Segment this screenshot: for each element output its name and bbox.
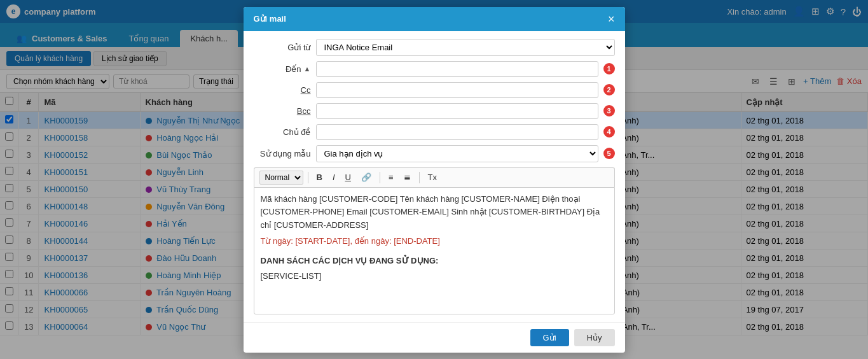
modal-overlay: Gửi mail × Gửi từ INGA Notice Email Đến … [0, 0, 868, 359]
to-chevron-icon: ▲ [304, 65, 311, 73]
template-label: Sử dụng mẫu [254, 149, 311, 158]
toolbar-sep-2 [380, 172, 380, 183]
template-label-group: Sử dụng mẫu [254, 149, 311, 158]
from-label: Gửi từ [254, 43, 311, 52]
template-line-1: Mã khách hàng [CUSTOMER-CODE] Tên khách … [261, 193, 608, 232]
ordered-list-button[interactable]: ≡ [385, 171, 397, 184]
link-button[interactable]: 🔗 [357, 171, 375, 184]
subject-row: Chủ đề Gia hạn dịch vụ 4 [254, 124, 615, 140]
bcc-label: Bcc [254, 106, 311, 116]
underline-button[interactable]: U [341, 171, 355, 184]
bold-button[interactable]: B [313, 171, 326, 184]
editor-body[interactable]: Mã khách hàng [CUSTOMER-CODE] Tên khách … [254, 187, 615, 314]
send-button[interactable]: Gửi [530, 329, 569, 346]
template-line-2: Từ ngày: [START-DATE], đến ngày: [END-DA… [261, 235, 608, 248]
modal-header: Gửi mail × [244, 7, 625, 31]
subject-label-group: Chủ đề [254, 127, 311, 137]
from-select[interactable]: INGA Notice Email [316, 39, 615, 56]
template-text-1: Mã khách hàng [CUSTOMER-CODE] Tên khách … [261, 194, 600, 230]
to-input[interactable]: ngocminhnguyen128@house.vn [316, 61, 598, 77]
cancel-button[interactable]: Hủy [574, 329, 615, 346]
template-select[interactable]: Gia hạn dịch vụ [316, 145, 598, 162]
template-badge: 5 [603, 148, 615, 159]
subject-badge: 4 [603, 126, 615, 137]
italic-button[interactable]: I [329, 171, 339, 184]
modal-title: Gửi mail [254, 14, 286, 24]
cc-input[interactable] [316, 82, 598, 98]
template-text-2: Từ ngày: [START-DATE], đến ngày: [END-DA… [261, 236, 440, 246]
from-row: Gửi từ INGA Notice Email [254, 39, 615, 56]
template-section-title: DANH SÁCH CÁC DỊCH VỤ ĐANG SỬ DỤNG: [261, 255, 608, 268]
to-badge: 1 [603, 63, 615, 74]
send-mail-modal: Gửi mail × Gửi từ INGA Notice Email Đến … [244, 7, 625, 353]
bcc-row: Bcc 3 [254, 103, 615, 119]
modal-body: Gửi từ INGA Notice Email Đến ▲ ngocminhn… [244, 31, 625, 322]
modal-footer: Gửi Hủy [244, 322, 625, 353]
editor-toolbar: Normal B I U 🔗 ≡ ≣ Tx [254, 167, 615, 187]
bcc-badge: 3 [603, 105, 615, 116]
to-label-group: Đến ▲ [254, 64, 311, 74]
toolbar-sep-3 [419, 172, 420, 183]
bcc-label-group: Bcc [254, 106, 311, 116]
subject-label: Chủ đề [254, 127, 311, 137]
template-service-list: [SERVICE-LIST] [261, 270, 608, 283]
unordered-list-button[interactable]: ≣ [400, 171, 415, 184]
clear-format-button[interactable]: Tx [424, 171, 441, 184]
template-row: Sử dụng mẫu Gia hạn dịch vụ 5 [254, 145, 615, 162]
cc-label-group: Cc [254, 85, 311, 95]
cc-label: Cc [254, 85, 311, 95]
bcc-input[interactable] [316, 103, 598, 119]
to-row: Đến ▲ ngocminhnguyen128@house.vn 1 [254, 61, 615, 77]
subject-input[interactable]: Gia hạn dịch vụ [316, 124, 598, 140]
from-label-group: Gửi từ [254, 43, 311, 52]
cc-row: Cc 2 [254, 82, 615, 98]
editor-container: Normal B I U 🔗 ≡ ≣ Tx Mã khách hàng [CUS… [254, 167, 615, 314]
to-label: Đến [244, 64, 301, 74]
style-select[interactable]: Normal [259, 171, 303, 185]
toolbar-sep-1 [308, 172, 308, 183]
cc-badge: 2 [603, 84, 615, 95]
modal-close-button[interactable]: × [608, 13, 615, 25]
